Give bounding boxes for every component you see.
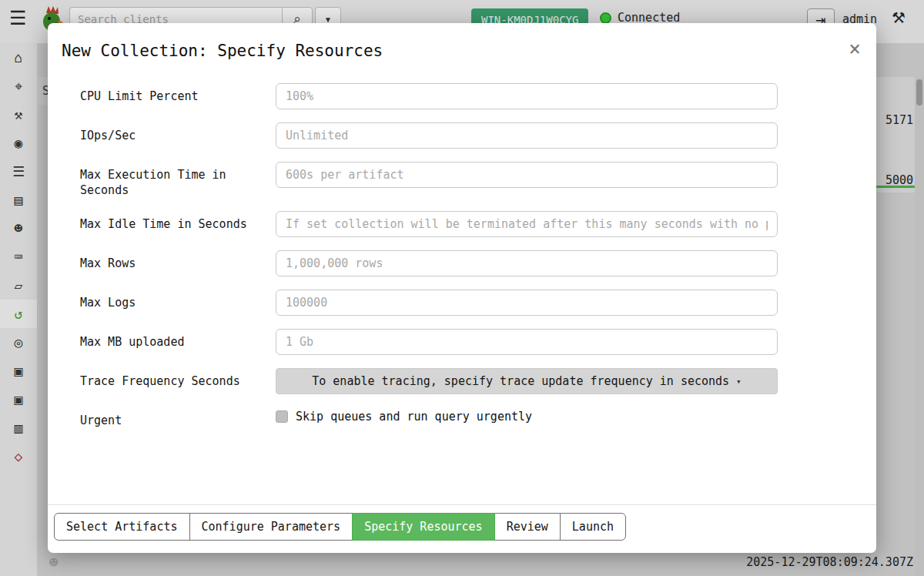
chevron-down-icon: ▾	[736, 377, 742, 387]
form-row-cpu-limit: CPU Limit Percent	[80, 83, 778, 109]
field-label: Trace Frequency Seconds	[80, 368, 276, 389]
field-label: Max Execution Time in Seconds	[80, 162, 276, 198]
field-label: IOps/Sec	[80, 122, 276, 143]
form-row-max-execution-time: Max Execution Time in Seconds	[80, 162, 778, 198]
iops-input[interactable]	[276, 122, 778, 149]
field-label: CPU Limit Percent	[80, 83, 276, 104]
field-label: Max MB uploaded	[80, 329, 276, 350]
field-label: Max Logs	[80, 290, 276, 310]
tab-configure-parameters[interactable]: Configure Parameters	[189, 513, 353, 541]
cpu-limit-input[interactable]	[276, 83, 778, 109]
max-idle-time-input[interactable]	[276, 211, 778, 237]
trace-frequency-dropdown[interactable]: To enable tracing, specify trace update …	[276, 368, 778, 394]
max-rows-input[interactable]	[276, 250, 778, 276]
max-logs-input[interactable]	[276, 290, 778, 316]
new-collection-modal: New Collection: Specify Resources × CPU …	[48, 23, 876, 553]
form-row-max-logs: Max Logs	[80, 290, 778, 316]
form-row-trace-frequency: Trace Frequency Seconds To enable tracin…	[80, 368, 778, 394]
trace-frequency-dropdown-label: To enable tracing, specify trace update …	[312, 374, 729, 388]
tab-launch[interactable]: Launch	[560, 513, 626, 541]
urgent-checkbox-label: Skip queues and run query urgently	[296, 410, 532, 424]
max-execution-time-input[interactable]	[276, 162, 778, 188]
form-row-max-rows: Max Rows	[80, 250, 778, 276]
close-icon[interactable]: ×	[849, 39, 861, 59]
app-screen: ☰ ⌕ ▼ WIN-KM0DJ1W0CYG Connected ⇥ admin …	[0, 0, 924, 576]
tab-select-artifacts[interactable]: Select Artifacts	[54, 513, 190, 541]
tab-review[interactable]: Review	[494, 513, 561, 541]
form-row-urgent: Urgent Skip queues and run query urgentl…	[80, 407, 778, 428]
modal-header: New Collection: Specify Resources ×	[48, 23, 876, 60]
form-row-iops: IOps/Sec	[80, 122, 778, 149]
urgent-checkbox-group: Skip queues and run query urgently	[276, 407, 778, 424]
modal-footer: Select Artifacts Configure Parameters Sp…	[48, 504, 876, 553]
field-label: Max Idle Time in Seconds	[80, 211, 276, 232]
modal-body: CPU Limit Percent IOps/Sec Max Execution…	[48, 60, 876, 504]
max-mb-uploaded-input[interactable]	[276, 329, 778, 355]
form-row-max-idle-time: Max Idle Time in Seconds	[80, 211, 778, 237]
tab-specify-resources[interactable]: Specify Resources	[352, 513, 495, 541]
field-label: Urgent	[80, 407, 276, 428]
urgent-checkbox[interactable]	[276, 410, 288, 423]
modal-title: New Collection: Specify Resources	[62, 42, 861, 60]
form-row-max-mb-uploaded: Max MB uploaded	[80, 329, 778, 355]
field-label: Max Rows	[80, 250, 276, 271]
